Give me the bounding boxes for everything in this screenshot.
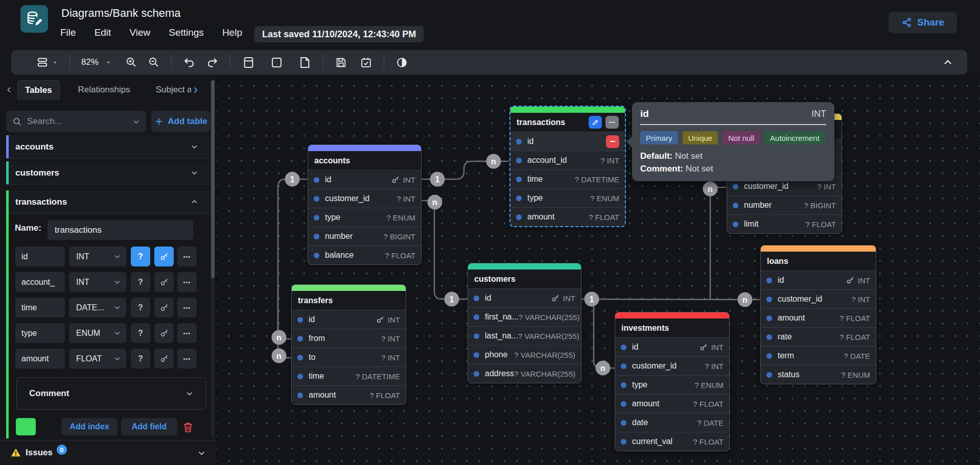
theme-contrast-button[interactable]	[395, 56, 408, 69]
diagram-table-transfers[interactable]: transfersidINTfrom? INTto? INTtime? DATE…	[291, 284, 406, 405]
collapse-toolbar-button[interactable]	[942, 56, 954, 68]
tab-relationships[interactable]: Relationships	[71, 80, 137, 100]
table-field-limit[interactable]: limit? FLOAT	[727, 214, 842, 233]
redo-button[interactable]	[206, 56, 219, 69]
table-field-rate[interactable]: rate? FLOAT	[761, 327, 876, 346]
issues-bar[interactable]: Issues 0	[0, 440, 216, 465]
field-type-select[interactable]: DATE...	[69, 298, 126, 317]
table-field-time[interactable]: time? DATETIME	[292, 366, 406, 385]
table-field-id[interactable]: idINT	[761, 271, 876, 289]
tabs-scroll-left-icon[interactable]	[5, 86, 13, 94]
menu-help[interactable]: Help	[222, 27, 242, 38]
diagram-table-accounts[interactable]: accountsidINTcustomer_id? INTtype? ENUMn…	[308, 144, 422, 265]
table-field-term[interactable]: term? DATE	[761, 346, 876, 365]
table-field-id[interactable]: idINT	[468, 288, 581, 307]
zoom-caret-icon[interactable]	[105, 59, 112, 66]
add-table-button[interactable]	[242, 56, 255, 69]
table-field-to[interactable]: to? INT	[292, 348, 406, 366]
add-field-button[interactable]: Add field	[121, 418, 177, 435]
table-more-button[interactable]: •••	[605, 116, 619, 129]
chevron-down-icon[interactable]	[191, 143, 198, 151]
field-more-button[interactable]: •••	[177, 272, 197, 292]
table-field-type[interactable]: type? ENUM	[615, 375, 729, 394]
table-field-number[interactable]: number? BIGINT	[308, 227, 421, 246]
table-field-current_val[interactable]: current_val? FLOAT	[615, 432, 729, 451]
delete-table-button[interactable]	[180, 419, 196, 435]
primary-key-toggle[interactable]	[154, 272, 174, 292]
table-field-balance[interactable]: balance? FLOAT	[308, 246, 421, 264]
field-name-input[interactable]: account_	[15, 272, 65, 292]
primary-key-toggle[interactable]	[154, 247, 174, 266]
table-field-id[interactable]: idINT	[308, 170, 421, 189]
table-field-time[interactable]: time? DATETIME	[510, 169, 625, 188]
table-field-number[interactable]: number? BIGINT	[727, 195, 842, 214]
menu-edit[interactable]: Edit	[95, 27, 111, 38]
sidebar-item-customers[interactable]: customers	[6, 161, 211, 185]
field-type-select[interactable]: FLOAT	[69, 349, 126, 369]
edit-table-button[interactable]	[589, 116, 602, 129]
zoom-level[interactable]: 82%	[81, 57, 99, 67]
undo-button[interactable]	[183, 56, 196, 69]
diagram-table-investments[interactable]: investmentsidINTcustomer_id? INTtype? EN…	[615, 312, 730, 451]
tab-tables[interactable]: Tables	[17, 80, 60, 100]
sidebar-item-transactions[interactable]: transactions	[6, 190, 211, 214]
field-type-select[interactable]: ENUM	[69, 323, 126, 343]
table-field-status[interactable]: status? ENUM	[761, 365, 876, 384]
table-field-phone[interactable]: phone? VARCHAR(255)	[468, 345, 581, 364]
chevron-down-icon[interactable]	[191, 169, 198, 177]
tabs-scroll-right-icon[interactable]	[191, 86, 200, 94]
chevron-down-icon[interactable]	[197, 449, 206, 457]
diagram-table-customers[interactable]: customersidINTfirst_na...? VARCHAR(255)l…	[468, 263, 581, 383]
table-field-first_na[interactable]: first_na...? VARCHAR(255)	[468, 307, 581, 326]
zoom-out-button[interactable]	[148, 56, 160, 68]
diagram-table-transactions[interactable]: transactions•••idaccount_id? INTtime? DA…	[509, 106, 626, 227]
autosave-check-button[interactable]	[360, 56, 372, 69]
field-type-select[interactable]: INT	[69, 272, 126, 292]
add-index-button[interactable]: Add index	[61, 418, 118, 435]
field-more-button[interactable]: •••	[177, 349, 197, 369]
nullable-toggle[interactable]: ?	[131, 298, 150, 317]
table-field-address[interactable]: address? VARCHAR(255)	[468, 364, 581, 383]
add-note-button[interactable]	[298, 56, 312, 69]
remove-field-button[interactable]	[606, 135, 619, 148]
layout-caret-icon[interactable]	[52, 59, 58, 66]
chevron-up-icon[interactable]	[191, 198, 198, 206]
table-field-amount[interactable]: amount? FLOAT	[615, 394, 729, 413]
menu-file[interactable]: File	[60, 27, 76, 38]
field-more-button[interactable]: •••	[177, 247, 197, 266]
nullable-toggle[interactable]: ?	[131, 272, 150, 292]
save-button[interactable]	[335, 56, 347, 69]
field-name-input[interactable]: time	[15, 298, 65, 317]
table-field-account_id[interactable]: account_id? INT	[510, 151, 625, 169]
table-search[interactable]: Search...	[6, 111, 146, 132]
field-name-input[interactable]: id	[15, 247, 65, 266]
primary-key-toggle[interactable]	[154, 298, 174, 317]
table-field-customer_id[interactable]: customer_id? INT	[308, 189, 421, 208]
sidebar-item-accounts[interactable]: accounts	[6, 135, 211, 159]
tab-subject-ar[interactable]: Subject ar	[149, 80, 191, 100]
field-more-button[interactable]: •••	[177, 298, 197, 317]
field-name-input[interactable]: type	[15, 323, 65, 343]
table-field-amount[interactable]: amount? FLOAT	[510, 207, 625, 226]
table-field-date[interactable]: date? DATE	[615, 413, 729, 432]
table-field-type[interactable]: type? ENUM	[510, 188, 625, 207]
drawdb-logo[interactable]	[20, 5, 48, 33]
menu-settings[interactable]: Settings	[169, 27, 204, 38]
nullable-toggle[interactable]: ?	[131, 323, 150, 343]
table-field-last_na[interactable]: last_na...? VARCHAR(255)	[468, 326, 581, 345]
table-field-id[interactable]: id	[510, 132, 625, 151]
add-area-button[interactable]	[270, 56, 284, 69]
nullable-toggle[interactable]: ?	[131, 349, 150, 369]
panel-scrollbar[interactable]	[211, 80, 215, 437]
primary-key-toggle[interactable]	[154, 323, 174, 343]
scrollbar-thumb[interactable]	[211, 80, 215, 278]
add-table-panel-button[interactable]: Add table	[151, 111, 211, 132]
table-field-amount[interactable]: amount? FLOAT	[292, 385, 406, 404]
table-name-input[interactable]	[48, 220, 193, 240]
comment-accordion[interactable]: Comment	[16, 377, 206, 410]
layout-button[interactable]	[36, 56, 49, 69]
table-field-customer_id[interactable]: customer_id? INT	[615, 356, 729, 375]
field-type-select[interactable]: INT	[69, 247, 126, 266]
table-field-id[interactable]: idINT	[615, 337, 729, 356]
nullable-toggle[interactable]: ?	[131, 247, 150, 266]
